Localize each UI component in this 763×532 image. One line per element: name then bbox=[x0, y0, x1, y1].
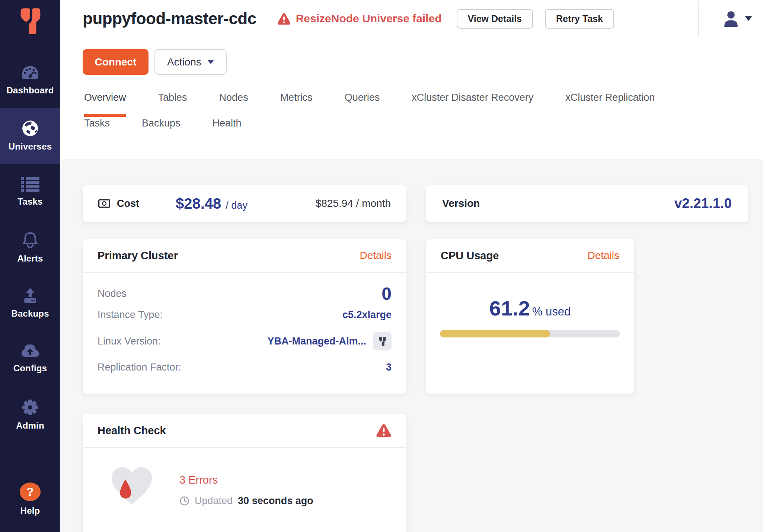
sidebar-item-label: Backups bbox=[11, 308, 49, 319]
header-divider bbox=[698, 1, 699, 36]
primary-cluster-details-link[interactable]: Details bbox=[360, 250, 392, 262]
sidebar-item-label: Configs bbox=[13, 363, 47, 374]
yugabyte-mini-icon bbox=[378, 336, 386, 347]
sidebar-item-label: Admin bbox=[16, 420, 44, 431]
universe-error-status: ResizeNode Universe failed bbox=[277, 12, 442, 25]
sidebar-item-alerts[interactable]: Alerts bbox=[0, 219, 60, 275]
globe-icon bbox=[22, 120, 39, 137]
view-details-button[interactable]: View Details bbox=[457, 9, 533, 29]
yugabyte-image-chip[interactable] bbox=[373, 332, 392, 350]
user-icon bbox=[722, 10, 740, 28]
user-menu[interactable] bbox=[722, 10, 752, 28]
health-check-card: Health Check 3 Errors bbox=[83, 414, 406, 532]
version-card: Version v2.21.1.0 bbox=[426, 185, 748, 222]
sidebar-item-tasks[interactable]: Tasks bbox=[0, 164, 60, 219]
nodes-label: Nodes bbox=[98, 288, 127, 299]
chevron-down-icon bbox=[745, 16, 752, 21]
tab-health[interactable]: Health bbox=[213, 118, 242, 142]
cpu-percent-unit: % used bbox=[532, 305, 571, 318]
gear-icon bbox=[22, 399, 39, 416]
tab-bar-row1: Overview Tables Nodes Metrics Queries xC… bbox=[84, 92, 763, 117]
health-check-body: 3 Errors Updated 30 seconds ago bbox=[83, 448, 406, 507]
cpu-usage-body: 61.2 % used bbox=[426, 273, 634, 337]
version-label: Version bbox=[442, 198, 480, 209]
cloud-upload-icon bbox=[20, 344, 40, 359]
cpu-percent-value: 61.2 bbox=[489, 296, 530, 320]
cpu-value-row: 61.2 % used bbox=[489, 296, 571, 320]
cpu-progress-fill bbox=[440, 330, 550, 337]
page-title: puppyfood-master-cdc bbox=[83, 9, 256, 28]
health-check-title: Health Check bbox=[98, 424, 166, 437]
sidebar-item-dashboard[interactable]: Dashboard bbox=[0, 52, 60, 108]
cost-label-group: Cost bbox=[98, 198, 176, 209]
tab-metrics[interactable]: Metrics bbox=[280, 92, 313, 117]
nodes-row: Nodes 0 bbox=[98, 283, 392, 304]
chevron-down-icon bbox=[207, 60, 214, 64]
health-updated-row: Updated 30 seconds ago bbox=[179, 495, 313, 507]
replication-factor-value: 3 bbox=[386, 362, 392, 373]
health-errors-link[interactable]: 3 Errors bbox=[179, 474, 313, 486]
cost-label: Cost bbox=[117, 198, 139, 209]
main-area: puppyfood-master-cdc ResizeNode Universe… bbox=[60, 0, 763, 532]
clock-icon bbox=[179, 496, 189, 506]
sidebar-item-label: Tasks bbox=[17, 196, 42, 207]
question-icon: ? bbox=[20, 483, 41, 501]
primary-cluster-body: Nodes 0 Instance Type: c5.2xlarge Linux … bbox=[83, 273, 406, 373]
banknote-icon bbox=[98, 199, 110, 208]
tab-tasks[interactable]: Tasks bbox=[84, 118, 110, 142]
linux-version-value-group: YBA-Managed-Alm... bbox=[267, 332, 392, 350]
cpu-progress-track bbox=[440, 330, 620, 337]
overview-content: Cost $28.48 / day $825.94 / month Versio… bbox=[60, 159, 763, 532]
version-value: v2.21.1.0 bbox=[674, 196, 732, 211]
primary-cluster-title: Primary Cluster bbox=[98, 250, 178, 262]
tab-xcluster-replication[interactable]: xCluster Replication bbox=[565, 92, 655, 117]
sidebar-item-backups[interactable]: Backups bbox=[0, 275, 60, 331]
retry-task-button[interactable]: Retry Task bbox=[545, 9, 614, 29]
action-row: Connect Actions bbox=[83, 49, 763, 75]
yugabyte-logo[interactable] bbox=[19, 6, 42, 52]
cpu-usage-card: CPU Usage Details 61.2 % used bbox=[426, 239, 634, 394]
sidebar-item-help[interactable]: ? Help bbox=[0, 477, 60, 522]
sidebar-item-configs[interactable]: Configs bbox=[0, 331, 60, 387]
primary-cluster-card: Primary Cluster Details Nodes 0 Instance… bbox=[83, 239, 406, 394]
actions-label: Actions bbox=[167, 56, 201, 68]
instance-type-row: Instance Type: c5.2xlarge bbox=[98, 309, 392, 321]
cost-card: Cost $28.48 / day $825.94 / month bbox=[83, 185, 406, 222]
linux-version-row: Linux Version: YBA-Managed-Alm... bbox=[98, 332, 392, 350]
replication-factor-label: Replication Factor: bbox=[98, 362, 181, 373]
warning-icon bbox=[277, 13, 291, 25]
instance-type-value: c5.2xlarge bbox=[342, 309, 392, 321]
cost-monthly-value: $825.94 / month bbox=[316, 198, 391, 209]
nodes-value: 0 bbox=[382, 283, 392, 304]
tab-nodes[interactable]: Nodes bbox=[219, 92, 248, 117]
health-check-header: Health Check bbox=[83, 414, 406, 448]
cpu-usage-details-link[interactable]: Details bbox=[587, 250, 619, 262]
linux-version-label: Linux Version: bbox=[98, 336, 161, 347]
topbar-right bbox=[698, 1, 752, 36]
sidebar: Dashboard Universes Tasks Alerts bbox=[0, 0, 60, 532]
primary-cluster-header: Primary Cluster Details bbox=[83, 239, 406, 273]
sidebar-item-universes[interactable]: Universes bbox=[0, 108, 60, 164]
tab-overview[interactable]: Overview bbox=[84, 92, 126, 117]
actions-dropdown[interactable]: Actions bbox=[154, 49, 227, 75]
cpu-usage-title: CPU Usage bbox=[441, 250, 499, 262]
instance-type-label: Instance Type: bbox=[98, 309, 163, 321]
connect-button[interactable]: Connect bbox=[83, 49, 149, 75]
task-list-icon bbox=[21, 176, 39, 192]
bell-icon bbox=[22, 231, 39, 249]
universe-header: puppyfood-master-cdc ResizeNode Universe… bbox=[60, 0, 763, 37]
replication-factor-row: Replication Factor: 3 bbox=[98, 362, 392, 373]
tab-queries[interactable]: Queries bbox=[345, 92, 380, 117]
cpu-usage-header: CPU Usage Details bbox=[426, 239, 634, 273]
warning-icon bbox=[376, 423, 392, 438]
health-check-text: 3 Errors Updated 30 seconds ago bbox=[179, 464, 313, 507]
tab-xcluster-disaster-recovery[interactable]: xCluster Disaster Recovery bbox=[412, 92, 533, 117]
error-text: ResizeNode Universe failed bbox=[296, 12, 442, 25]
linux-version-value: YBA-Managed-Alm... bbox=[267, 336, 366, 347]
tab-backups[interactable]: Backups bbox=[142, 118, 181, 142]
tab-tables[interactable]: Tables bbox=[158, 92, 187, 117]
sidebar-item-label: Alerts bbox=[17, 253, 43, 264]
health-updated-value: 30 seconds ago bbox=[238, 495, 313, 507]
sidebar-item-admin[interactable]: Admin bbox=[0, 387, 60, 443]
upload-icon bbox=[22, 288, 39, 304]
